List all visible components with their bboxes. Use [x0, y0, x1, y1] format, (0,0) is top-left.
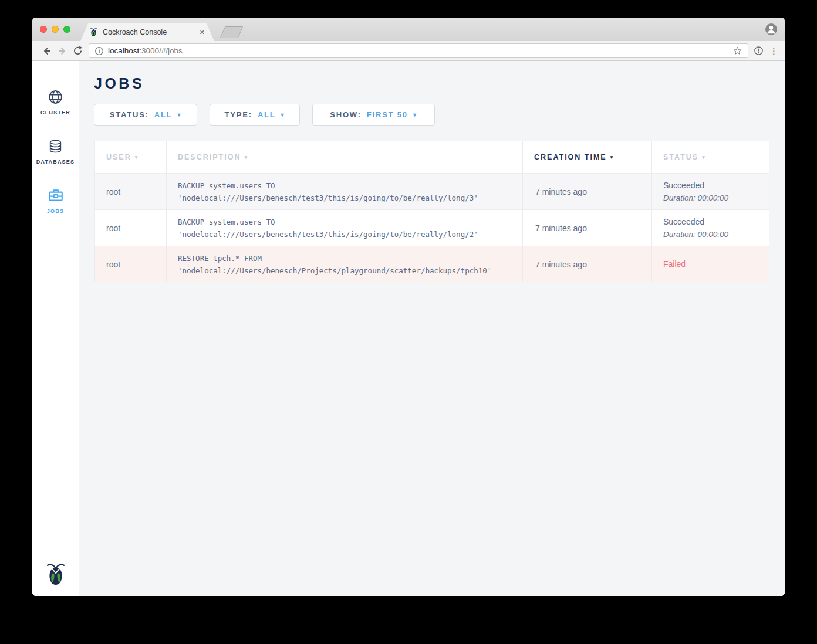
table-row: root BACKUP system.users TO 'nodelocal:/… [95, 173, 769, 209]
job-creation-time: 7 minutes ago [523, 174, 652, 209]
job-description: BACKUP system.users TO 'nodelocal:///Use… [167, 174, 523, 209]
jobs-page: JOBS STATUS: ALL ▾ TYPE: ALL ▾ SHOW: FIR… [79, 61, 785, 596]
url-host: localhost [108, 46, 139, 55]
status-text: Succeeded [663, 179, 770, 192]
tab-title: Cockroach Console [103, 28, 200, 36]
sort-caret-icon: ▾ [702, 154, 706, 160]
filter-label: STATUS: [110, 110, 149, 119]
job-status: Failed [652, 246, 770, 282]
column-header-status[interactable]: STATUS▾ [652, 141, 770, 173]
page-title: JOBS [94, 75, 785, 91]
sort-caret-icon: ▾ [610, 154, 615, 160]
column-header-user[interactable]: USER▾ [95, 141, 167, 173]
job-creation-time: 7 minutes ago [523, 210, 652, 246]
traffic-lights [40, 26, 70, 33]
sort-caret-icon: ▾ [244, 154, 248, 160]
browser-toolbar: localhost:3000/#/jobs ⋮ [32, 41, 785, 61]
tab-close-icon[interactable]: ✕ [200, 29, 205, 36]
profile-avatar-icon[interactable] [765, 23, 777, 35]
job-user: root [95, 210, 167, 246]
table-header: USER▾ DESCRIPTION▾ CREATION TIME▾ STATUS… [95, 141, 769, 173]
sidebar-item-label: DATABASES [36, 159, 75, 165]
status-filter-dropdown[interactable]: STATUS: ALL ▾ [94, 104, 197, 126]
column-header-description[interactable]: DESCRIPTION▾ [167, 141, 523, 173]
show-filter-dropdown[interactable]: SHOW: FIRST 50 ▾ [312, 104, 435, 126]
job-description: BACKUP system.users TO 'nodelocal:///Use… [167, 210, 523, 246]
browser-window: Cockroach Console ✕ [32, 18, 785, 596]
sort-caret-icon: ▾ [135, 154, 139, 160]
filter-label: TYPE: [225, 110, 252, 119]
chevron-down-icon: ▾ [413, 111, 417, 118]
page-content: CLUSTER DATABASES [32, 61, 785, 596]
browser-menu-icon[interactable]: ⋮ [769, 46, 778, 56]
minimize-window-button[interactable] [52, 26, 59, 33]
database-icon [48, 138, 63, 154]
cockroach-logo-icon [46, 562, 66, 587]
table-row: root BACKUP system.users TO 'nodelocal:/… [95, 209, 769, 246]
sidebar-item-label: CLUSTER [40, 110, 70, 116]
close-window-button[interactable] [40, 26, 47, 33]
table-body: root BACKUP system.users TO 'nodelocal:/… [95, 173, 769, 282]
jobs-table: USER▾ DESCRIPTION▾ CREATION TIME▾ STATUS… [94, 141, 769, 282]
page-info-icon[interactable] [94, 46, 104, 56]
sidebar-item-jobs[interactable]: JOBS [32, 176, 79, 225]
sidebar-item-cluster[interactable]: CLUSTER [32, 77, 79, 127]
job-status: Succeeded Duration: 00:00:00 [652, 174, 770, 209]
chevron-down-icon: ▾ [177, 111, 181, 118]
filter-label: SHOW: [330, 110, 362, 119]
url-text: localhost:3000/#/jobs [108, 46, 183, 55]
browser-tab[interactable]: Cockroach Console ✕ [80, 23, 214, 41]
filter-value: ALL [258, 110, 276, 119]
sidebar-item-label: JOBS [47, 208, 64, 214]
status-duration: Duration: 00:00:00 [663, 228, 770, 240]
filter-value: ALL [154, 110, 173, 119]
back-icon[interactable] [39, 43, 55, 59]
status-text: Failed [663, 258, 770, 270]
cockroach-favicon-icon [90, 28, 97, 37]
window-titlebar: Cockroach Console ✕ [32, 18, 785, 41]
sidebar-item-databases[interactable]: DATABASES [32, 127, 79, 176]
job-user: root [95, 246, 167, 282]
url-path: :3000/#/jobs [139, 46, 183, 55]
column-header-creation-time[interactable]: CREATION TIME▾ [523, 141, 652, 173]
table-row: root RESTORE tpch.* FROM 'nodelocal:///U… [95, 246, 769, 282]
sidebar: CLUSTER DATABASES [32, 61, 79, 596]
briefcase-icon [48, 187, 64, 204]
filter-value: FIRST 50 [367, 110, 408, 119]
job-user: root [95, 174, 167, 209]
job-status: Succeeded Duration: 00:00:00 [652, 210, 770, 246]
status-text: Succeeded [663, 216, 770, 228]
forward-icon[interactable] [55, 43, 70, 59]
bookmark-star-icon[interactable] [732, 46, 742, 56]
chevron-down-icon: ▾ [281, 111, 285, 118]
address-bar[interactable]: localhost:3000/#/jobs [89, 43, 748, 58]
job-description: RESTORE tpch.* FROM 'nodelocal:///Users/… [167, 246, 523, 282]
status-duration: Duration: 00:00:00 [663, 192, 770, 204]
zoom-window-button[interactable] [63, 26, 70, 33]
type-filter-dropdown[interactable]: TYPE: ALL ▾ [210, 104, 300, 126]
reload-icon[interactable] [70, 43, 85, 59]
job-creation-time: 7 minutes ago [523, 246, 652, 282]
toolbar-right: ⋮ [754, 46, 778, 56]
globe-icon [48, 89, 63, 105]
new-tab-button[interactable] [220, 26, 244, 38]
filter-bar: STATUS: ALL ▾ TYPE: ALL ▾ SHOW: FIRST 50… [94, 104, 785, 126]
extension-icon[interactable] [754, 46, 764, 56]
